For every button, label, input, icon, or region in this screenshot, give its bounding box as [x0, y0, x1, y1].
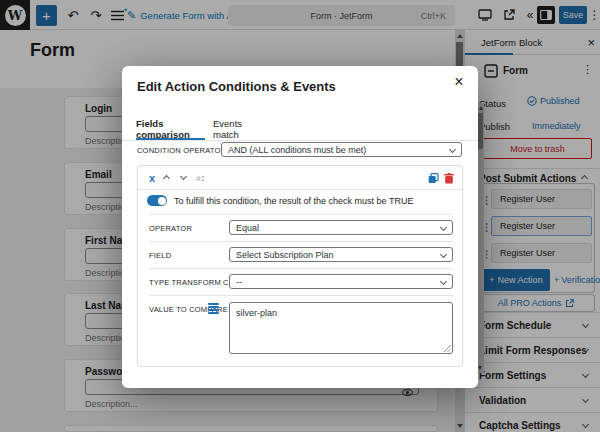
chevron-down-icon: [440, 224, 447, 231]
dynamic-value-icon[interactable]: [208, 303, 219, 315]
screen: W + ↶ ↷ ✎✦ Generate Form with AI Form · …: [0, 0, 600, 432]
chevron-down-icon: [440, 251, 447, 258]
modal-title: Edit Action Conditions & Events: [137, 79, 336, 94]
operator-select[interactable]: Equal: [229, 220, 453, 235]
divider: [149, 241, 453, 242]
active-tab-underline: [136, 138, 205, 140]
move-down-icon[interactable]: [180, 173, 187, 180]
divider: [149, 268, 453, 269]
field-select[interactable]: Select Subscription Plan: [229, 247, 453, 262]
value-to-compare-textarea[interactable]: silver-plan: [229, 302, 453, 354]
condition-index: #1: [196, 174, 205, 183]
remove-condition-icon[interactable]: x: [145, 171, 159, 185]
edit-action-conditions-modal: Edit Action Conditions & Events × Fields…: [122, 66, 478, 388]
resize-handle-icon[interactable]: [444, 345, 451, 352]
duplicate-icon[interactable]: [426, 171, 440, 185]
condition-operator-select[interactable]: AND (ALL conditions must be met): [221, 142, 462, 157]
divider: [138, 189, 462, 190]
chevron-down-icon: [449, 146, 456, 153]
divider: [149, 214, 453, 215]
trash-icon[interactable]: [442, 171, 456, 185]
operator-label: OPERATOR: [149, 224, 192, 233]
toggle-text: To fulfill this condition, the result of…: [174, 196, 413, 206]
chevron-down-icon: [440, 278, 447, 285]
condition-result-toggle[interactable]: [147, 195, 167, 206]
move-up-icon[interactable]: [163, 175, 170, 182]
condition-card: x #1 To fulfill this condition, the resu…: [137, 165, 463, 367]
tab-fields-comparison[interactable]: Fields comparison: [136, 118, 205, 140]
field-label: FIELD: [149, 251, 171, 260]
type-transform-select[interactable]: --: [229, 274, 453, 289]
divider: [149, 295, 453, 296]
divider: [122, 140, 478, 141]
modal-close-icon[interactable]: ×: [449, 72, 469, 92]
condition-operator-label: CONDITION OPERATOR: [137, 146, 226, 155]
tab-events-match[interactable]: Events match: [213, 118, 259, 140]
